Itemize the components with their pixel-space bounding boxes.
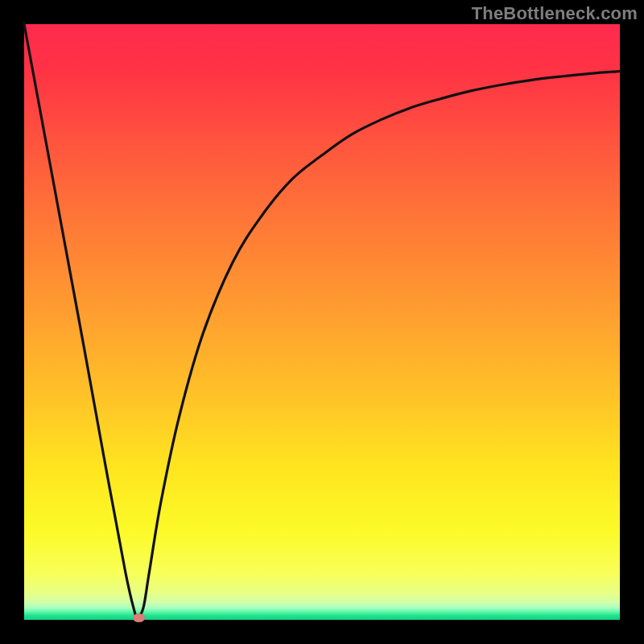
bottleneck-curve <box>24 24 620 620</box>
watermark-text: TheBottleneck.com <box>472 3 638 24</box>
chart-frame: TheBottleneck.com <box>0 0 644 644</box>
optimal-point-marker <box>133 613 145 622</box>
curve-path <box>24 24 620 617</box>
plot-area <box>24 24 620 620</box>
